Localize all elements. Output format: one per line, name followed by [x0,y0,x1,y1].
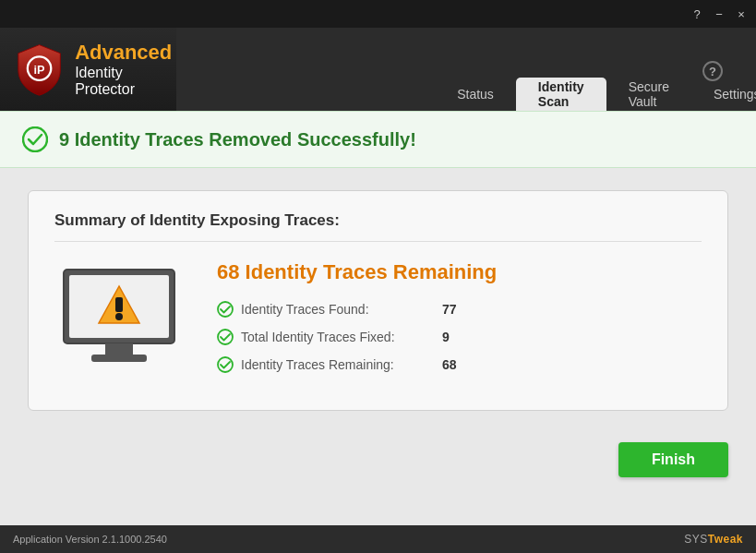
stat-value-fixed: 9 [442,330,450,344]
footer-brand-tweak: Tweak [708,533,743,546]
tab-secure-vault[interactable]: Secure Vault [606,78,691,111]
stat-value-found: 77 [442,302,457,317]
monitor-icon-container [54,260,184,375]
stat-check-icon-found [217,301,234,318]
summary-body: 68 Identity Traces Remaining Identity Tr… [54,260,702,384]
footer-brand-sys: SYS [684,533,708,546]
app-logo: iP [17,41,62,98]
header: iP Advanced Identity Protector Status Id… [0,28,756,111]
title-bar: ? − × [0,0,756,28]
remaining-title: 68 Identity Traces Remaining [217,260,702,284]
footer: Application Version 2.1.1000.2540 SYSTwe… [0,525,756,553]
success-message: 9 Identity Traces Removed Successfully! [59,129,416,150]
svg-text:iP: iP [34,63,46,77]
stat-label-found: Identity Traces Found: [241,302,435,317]
summary-title: Summary of Identity Exposing Traces: [54,211,702,242]
stat-row-found: Identity Traces Found: 77 [217,301,702,318]
app-name: Advanced Identity Protector [75,41,176,98]
finish-button-container: Finish [0,433,756,487]
help-button[interactable]: ? [686,5,708,23]
tab-settings[interactable]: Settings [691,78,756,111]
minimize-button[interactable]: − [708,5,730,23]
success-check-icon [22,126,48,152]
tab-status[interactable]: Status [435,78,516,111]
app-name-top: Advanced [75,41,176,65]
stat-row-fixed: Total Identity Traces Fixed: 9 [217,329,702,345]
finish-button[interactable]: Finish [618,442,728,477]
logo-area: iP Advanced Identity Protector [0,28,176,111]
help-circle-button[interactable]: ? [702,61,723,81]
svg-point-2 [23,127,47,151]
tab-identity-scan[interactable]: Identity Scan [516,78,606,111]
stat-label-fixed: Total Identity Traces Fixed: [241,330,435,344]
footer-version: Application Version 2.1.1000.2540 [13,534,167,545]
svg-point-9 [115,313,123,320]
footer-brand: SYSTweak [684,533,743,546]
svg-rect-6 [91,355,147,362]
svg-rect-8 [115,297,123,312]
stats-area: 68 Identity Traces Remaining Identity Tr… [217,260,702,384]
stat-value-remaining: 68 [442,357,457,372]
stat-row-remaining: Identity Traces Remaining: 68 [217,356,702,373]
stat-check-icon-fixed [217,329,234,345]
main-content: 9 Identity Traces Removed Successfully! … [0,111,756,525]
success-banner: 9 Identity Traces Removed Successfully! [0,111,756,168]
monitor-warning-icon [54,260,184,371]
summary-card: Summary of Identity Exposing Traces: [28,190,728,411]
stat-check-icon-remaining [217,356,234,373]
close-button[interactable]: × [730,5,752,23]
tab-bar: Status Identity Scan Secure Vault Settin… [176,28,756,111]
stat-label-remaining: Identity Traces Remaining: [241,357,435,372]
svg-rect-5 [105,343,133,355]
app-name-bottom: Identity Protector [75,65,176,98]
